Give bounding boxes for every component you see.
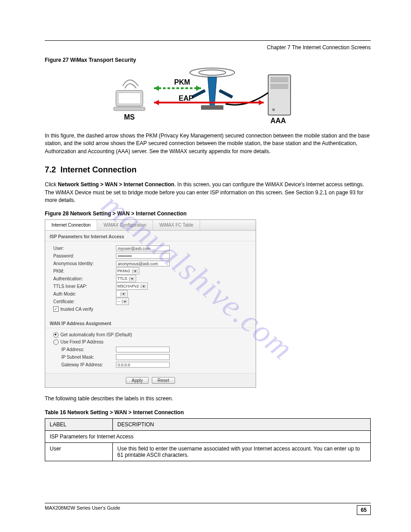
reset-button[interactable]: Reset (152, 377, 175, 384)
radio-fixed-label: Use Fixed IP Address (60, 339, 103, 344)
subnet-mask-label: IP Subnet Mask: (61, 355, 116, 360)
ttls-select[interactable]: MSCHAPv2▾ (116, 283, 148, 290)
figure-caption-27: Figure 27 WiMax Transport Security (45, 57, 371, 63)
auth-select[interactable]: TTLS▾ (116, 275, 136, 282)
authmode-select[interactable]: ▾ (116, 290, 128, 297)
paragraph-1: In this figure, the dashed arrow shows t… (45, 132, 371, 155)
cert-select[interactable]: --▾ (116, 298, 129, 305)
gateway-input[interactable]: 0.0.0.0 (116, 362, 170, 368)
ttls-label: TTLS Inner EAP: (53, 284, 116, 289)
svg-marker-15 (196, 86, 201, 91)
table-header-description: DESCRIPTION (113, 418, 371, 430)
section-title: Internet Connection (60, 165, 137, 174)
tab-wimax-fc-table[interactable]: WiMAX FC Table (153, 220, 200, 230)
footer-title: MAX208M2W Series User's Guide (45, 505, 120, 515)
gateway-label: Gateway IP Address: (61, 362, 116, 367)
radio-fixed-ip[interactable] (53, 339, 59, 345)
svg-marker-14 (154, 86, 159, 91)
section-number: 7.2 (45, 165, 56, 174)
trusted-ca-checkbox[interactable]: ✓ (53, 306, 59, 312)
radio-auto-label: Get automatically from ISP (Default) (60, 332, 132, 337)
svg-point-12 (272, 108, 275, 111)
user-input[interactable]: myuser@asb.com (116, 245, 170, 251)
description-table: LABEL DESCRIPTION ISP Parameters for Int… (45, 418, 371, 461)
password-input[interactable]: •••••••••• (116, 253, 170, 259)
svg-marker-18 (259, 100, 264, 105)
tab-wimax-configuration[interactable]: WiMAX Configuration (97, 220, 153, 230)
panel-wan-title: WAN IP Address Assignment (45, 317, 256, 328)
svg-rect-1 (118, 93, 141, 104)
svg-rect-11 (270, 84, 288, 89)
paragraph-2: Click Network Setting > WAN > Internet C… (45, 181, 371, 204)
tab-internet-connection[interactable]: Internet Connection (45, 220, 97, 230)
ip-address-label: IP Address: (61, 347, 116, 352)
anon-input[interactable]: anonymous@asb.com (116, 261, 170, 266)
svg-rect-10 (270, 77, 288, 82)
internet-connection-screenshot: Internet Connection WiMAX Configuration … (45, 219, 256, 388)
chevron-down-icon: ▾ (122, 300, 128, 304)
ip-address-input[interactable] (116, 347, 170, 352)
radio-auto-isp[interactable] (53, 332, 59, 338)
wimax-security-diagram: PKM EAP MS AAA (111, 66, 304, 126)
figure-caption-28: Figure 28 Network Setting > WAN > Intern… (45, 210, 371, 217)
table-row: Use this field to enter the username ass… (113, 442, 371, 461)
svg-text:MS: MS (124, 113, 135, 121)
chevron-down-icon: ▾ (132, 269, 138, 273)
svg-text:AAA: AAA (270, 117, 286, 124)
svg-line-8 (219, 90, 232, 97)
svg-text:EAP: EAP (179, 94, 193, 102)
svg-point-4 (199, 70, 226, 75)
cert-label: Certificate: (53, 299, 116, 304)
paragraph-3: The following table describes the labels… (45, 395, 371, 403)
svg-text:PKM: PKM (174, 78, 190, 86)
apply-button[interactable]: Apply (126, 377, 149, 384)
pkm-label: PKM: (53, 269, 116, 274)
auth-label: Authentication: (53, 276, 116, 281)
table-header-label: LABEL (45, 418, 113, 430)
svg-rect-6 (201, 105, 223, 110)
table-row: User (45, 442, 113, 461)
chapter-header: Chapter 7 The Internet Connection Screen… (45, 44, 371, 51)
panel-isp-title: ISP Parameters for Internet Access (45, 231, 256, 241)
pkm-select[interactable]: PKMv2▾ (116, 267, 139, 275)
trusted-ca-label: trusted CA verify (60, 307, 93, 312)
page-number: 65 (357, 505, 371, 515)
chevron-down-icon: ▾ (141, 284, 146, 288)
svg-line-7 (192, 90, 205, 97)
svg-marker-17 (154, 100, 159, 105)
subnet-mask-input[interactable] (116, 354, 170, 360)
chevron-down-icon: ▾ (120, 292, 126, 296)
password-label: Password: (53, 253, 116, 258)
table-caption: Table 16 Network Setting > WAN > Interne… (45, 409, 371, 416)
authmode-label: Auth Mode: (53, 292, 116, 296)
section-heading: 7.2 Internet Connection (45, 165, 371, 175)
svg-rect-2 (114, 107, 145, 111)
user-label: User: (53, 246, 116, 251)
anon-label: Anonymous Identity: (53, 261, 116, 266)
chevron-down-icon: ▾ (129, 277, 135, 281)
table-row: ISP Parameters for Internet Access (45, 430, 371, 442)
